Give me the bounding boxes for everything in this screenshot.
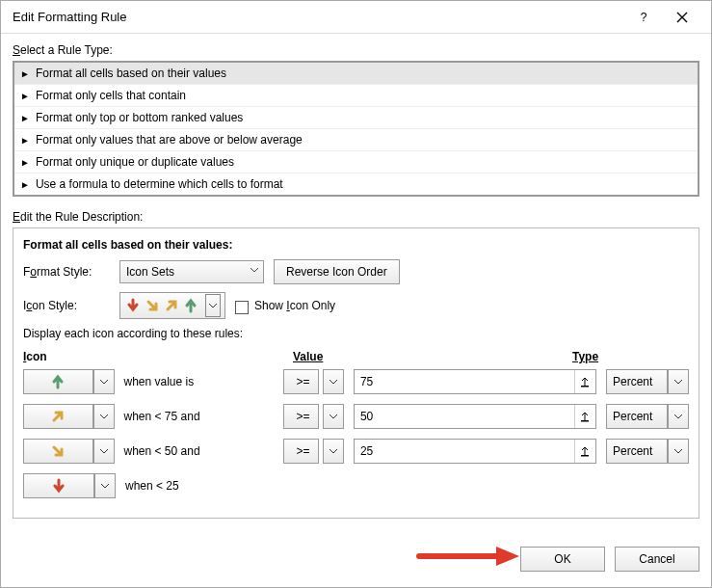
chevron-down-icon (250, 265, 259, 275)
type-dd-button[interactable] (668, 439, 689, 464)
arrow-down-red-icon (124, 297, 142, 314)
operator-dropdown[interactable]: >= (283, 369, 319, 394)
show-icon-only-label: Show Icon Only (254, 299, 335, 312)
range-select-button[interactable] (574, 370, 595, 393)
rule-type-text: Use a formula to determine which cells t… (36, 177, 283, 191)
rule-type-item[interactable]: ► Format only values that are above or b… (14, 129, 698, 151)
rule-type-label: Select a Rule Type: (13, 43, 699, 57)
operator-dropdown[interactable]: >= (283, 439, 319, 464)
rule-when-text: when value is (124, 375, 283, 388)
operator-dd-button[interactable] (323, 369, 344, 394)
rule-when-text: when < 75 and (124, 410, 283, 423)
chevron-down-icon (209, 302, 217, 309)
value-input[interactable]: 25 (354, 439, 596, 464)
operator-dd-button[interactable] (323, 404, 344, 429)
icon-rules-header: Icon Value Type (23, 350, 689, 363)
header-type: Type (572, 350, 689, 363)
icon-style-label: Icon Style: (23, 299, 110, 312)
operator-value: >= (297, 375, 310, 388)
format-style-dropdown[interactable]: Icon Sets (119, 260, 264, 283)
chevron-down-icon (330, 413, 337, 420)
operator-value: >= (297, 444, 310, 458)
range-select-button[interactable] (574, 405, 595, 428)
dialog-content: Select a Rule Type: ► Format all cells b… (1, 34, 711, 537)
rule-icon-dd[interactable] (93, 439, 115, 464)
icon-style-dropdown[interactable] (119, 292, 225, 319)
svg-rect-0 (581, 386, 589, 388)
cancel-label: Cancel (639, 552, 674, 566)
value-text: 75 (360, 375, 373, 388)
rule-type-text: Format only unique or duplicate values (36, 155, 234, 169)
rule-type-text: Format only top or bottom ranked values (36, 111, 243, 124)
rule-when-text: when < 50 and (124, 444, 283, 458)
list-arrow-icon: ► (20, 91, 30, 101)
rule-icon-dd[interactable] (93, 404, 115, 429)
header-value: Value (293, 350, 572, 363)
rule-icon-button[interactable] (23, 369, 93, 394)
rule-type-item[interactable]: ► Use a formula to determine which cells… (14, 174, 698, 195)
arrow-upright-yellow-icon (49, 408, 66, 425)
type-dd-button[interactable] (668, 404, 689, 429)
value-input[interactable]: 50 (354, 404, 596, 429)
ok-label: OK (554, 552, 570, 566)
format-style-row: Format Style: Icon Sets Reverse Icon Ord… (23, 259, 689, 284)
value-input[interactable]: 75 (354, 369, 596, 394)
operator-value: >= (297, 410, 310, 423)
rule-icon-dd[interactable] (93, 369, 115, 394)
arrow-downright-yellow-icon (49, 442, 66, 460)
chevron-down-icon (100, 447, 108, 455)
ok-button[interactable]: OK (520, 547, 605, 572)
type-dropdown[interactable]: Percent (606, 369, 668, 394)
rule-icon-button[interactable] (23, 473, 94, 498)
dialog-title: Edit Formatting Rule (13, 10, 624, 24)
cancel-button[interactable]: Cancel (615, 547, 699, 572)
list-arrow-icon: ► (20, 179, 30, 190)
reverse-icon-order-button[interactable]: Reverse Icon Order (274, 259, 400, 284)
type-dropdown[interactable]: Percent (606, 439, 668, 464)
show-icon-only-checkbox-wrap[interactable]: Show Icon Only (235, 299, 335, 312)
rule-type-item[interactable]: ► Format only top or bottom ranked value… (14, 107, 698, 129)
rule-description-heading: Format all cells based on their values: (23, 238, 689, 252)
icon-style-row: Icon Style: Show Icon Only (23, 292, 689, 319)
rule-type-item[interactable]: ► Format only unique or duplicate values (14, 151, 698, 174)
range-select-button[interactable] (574, 440, 595, 463)
chevron-down-icon (100, 378, 108, 386)
icon-rule-row: when < 25 (23, 473, 689, 498)
type-value: Percent (613, 375, 652, 388)
arrow-downright-yellow-icon (144, 297, 161, 314)
arrow-down-red-icon (50, 477, 67, 494)
range-icon (579, 376, 591, 388)
header-icon: Icon (23, 350, 293, 363)
icon-style-dd-button[interactable] (205, 294, 221, 317)
rule-type-text: Format all cells based on their values (36, 67, 226, 80)
svg-rect-1 (581, 420, 589, 422)
range-icon (579, 445, 591, 457)
type-dd-button[interactable] (668, 369, 689, 394)
type-value: Percent (613, 444, 652, 458)
type-dropdown[interactable]: Percent (606, 404, 668, 429)
rule-icon-button[interactable] (23, 439, 93, 464)
icon-rule-row: when < 50 and >= 25 Percent (23, 439, 689, 464)
rule-icon-button[interactable] (23, 404, 93, 429)
value-text: 25 (360, 444, 373, 458)
chevron-down-icon (100, 413, 108, 420)
help-button[interactable]: ? (624, 3, 663, 32)
list-arrow-icon: ► (20, 157, 30, 168)
icon-rule-row: when value is >= 75 Percent (23, 369, 689, 394)
chevron-down-icon (330, 378, 337, 386)
rule-type-text: Format only cells that contain (36, 89, 186, 102)
rule-type-item[interactable]: ► Format only cells that contain (14, 85, 698, 107)
chevron-down-icon (674, 413, 682, 420)
dialog-footer: OK Cancel (1, 537, 711, 587)
rule-icon-dd[interactable] (94, 473, 116, 498)
arrow-up-green-icon (49, 373, 66, 390)
close-button[interactable] (663, 3, 701, 32)
svg-marker-4 (496, 547, 519, 566)
range-icon (579, 411, 591, 422)
operator-dd-button[interactable] (323, 439, 344, 464)
operator-dropdown[interactable]: >= (283, 404, 319, 429)
titlebar: Edit Formatting Rule ? (1, 1, 711, 34)
chevron-down-icon (674, 447, 682, 455)
show-icon-only-checkbox[interactable] (235, 301, 249, 314)
rule-type-item[interactable]: ► Format all cells based on their values (14, 63, 698, 85)
